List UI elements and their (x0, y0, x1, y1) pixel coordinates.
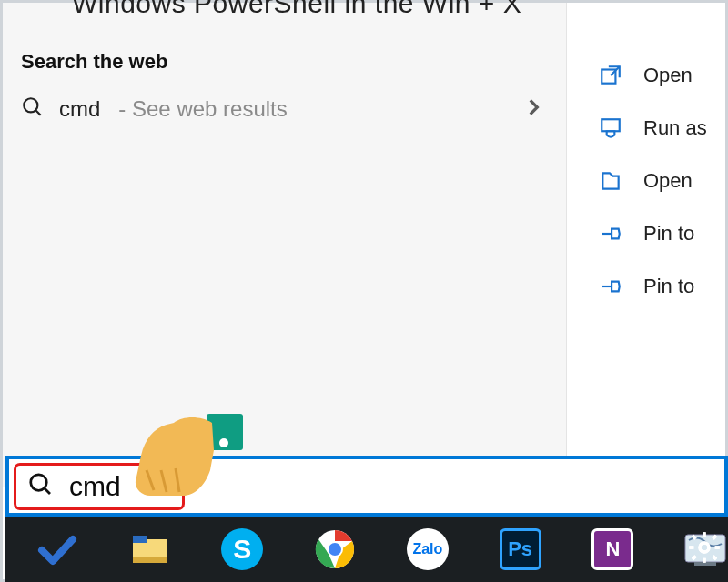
search-section-heading: Search the web (3, 19, 566, 90)
search-icon (21, 95, 45, 123)
settings-icon[interactable] (686, 529, 723, 569)
chrome-icon[interactable] (312, 527, 358, 572)
action-pin-start[interactable]: Pin to (598, 221, 728, 246)
action-list: Open Run as Open Pin to Pin to (598, 63, 728, 299)
chevron-right-icon (521, 95, 545, 123)
web-result-query: cmd (59, 96, 100, 122)
skype-icon[interactable]: S (220, 527, 266, 572)
taskbar: S Zalo Ps N (5, 517, 728, 582)
action-open[interactable]: Open (598, 63, 728, 88)
action-label: Pin to (643, 275, 694, 298)
pin-icon (598, 274, 623, 299)
svg-rect-13 (133, 557, 167, 563)
taskbar-search-box[interactable]: cmd (5, 456, 728, 517)
cut-off-text: Windows PowerShell in the Win + X (3, 0, 566, 19)
onenote-icon[interactable]: N (591, 527, 636, 572)
web-result-hint: - See web results (118, 96, 287, 122)
action-label: Pin to (643, 222, 694, 246)
action-pin-taskbar[interactable]: Pin to (598, 274, 728, 299)
action-label: Open (643, 169, 693, 193)
svg-point-16 (329, 543, 341, 556)
shield-icon (598, 115, 623, 141)
svg-point-7 (31, 475, 47, 491)
svg-point-19 (700, 543, 709, 552)
svg-rect-12 (133, 536, 147, 543)
start-search-panel: Windows PowerShell in the Win + X Search… (3, 3, 567, 487)
svg-line-8 (45, 488, 50, 494)
svg-point-0 (24, 98, 37, 112)
pin-icon (598, 221, 623, 246)
zalo-icon[interactable]: Zalo (405, 527, 450, 572)
search-box-highlight: cmd (14, 463, 185, 510)
search-text: cmd (69, 471, 121, 502)
open-icon (598, 63, 623, 88)
svg-rect-4 (602, 119, 620, 131)
action-open-location[interactable]: Open (598, 168, 728, 194)
action-label: Run as (643, 116, 707, 140)
folder-icon (598, 168, 623, 194)
screen: Windows PowerShell in the Win + X Search… (0, 0, 728, 582)
file-explorer-icon[interactable] (127, 527, 173, 572)
svg-line-1 (35, 110, 40, 115)
photoshop-icon[interactable]: Ps (498, 527, 543, 572)
action-label: Open (643, 64, 693, 87)
web-result-row[interactable]: cmd - See web results (17, 94, 547, 125)
search-icon (27, 471, 55, 502)
action-run-as[interactable]: Run as (598, 115, 728, 141)
todo-icon[interactable] (35, 527, 80, 572)
